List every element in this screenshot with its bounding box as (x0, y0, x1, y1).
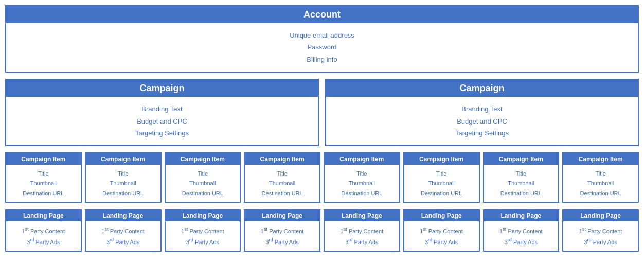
campaign-item-field: Title (326, 169, 398, 179)
campaign-item-field: Destination URL (167, 188, 239, 198)
landing-page-field: 3rd Party Ads (87, 236, 159, 247)
landing-page-body: 1st Party Content3rd Party Ads (404, 221, 479, 251)
campaign-box-0: CampaignBranding TextBudget and CPCTarge… (5, 79, 319, 146)
campaign-row: CampaignBranding TextBudget and CPCTarge… (5, 79, 639, 146)
campaign-item-field: Thumbnail (405, 179, 478, 188)
campaign-item-field: Destination URL (7, 188, 80, 198)
campaign-header: Campaign (6, 80, 318, 97)
campaign-item: Targeting Settings (6, 127, 318, 139)
campaign-item-header: Campaign Item (86, 153, 160, 165)
campaign-item-field: Thumbnail (564, 179, 637, 188)
landing-page-field: 1st Party Content (405, 226, 478, 236)
account-item: Unique email address (6, 29, 638, 41)
landing-page-field: 3rd Party Ads (564, 236, 637, 247)
campaign-item-box-3: Campaign ItemTitleThumbnailDestination U… (244, 152, 320, 203)
campaign-item: Branding Text (6, 103, 318, 115)
landing-page-box-0: Landing Page1st Party Content3rd Party A… (5, 209, 82, 252)
landing-page-field: 3rd Party Ads (246, 236, 318, 247)
campaign-header: Campaign (326, 80, 638, 97)
landing-page-body: 1st Party Content3rd Party Ads (325, 221, 399, 251)
landing-page-body: 1st Party Content3rd Party Ads (484, 221, 559, 251)
campaign-items-row: Campaign ItemTitleThumbnailDestination U… (5, 152, 639, 203)
campaign-item-header: Campaign Item (404, 153, 479, 165)
campaign-item-field: Destination URL (405, 188, 478, 198)
landing-page-header: Landing Page (245, 210, 319, 221)
landing-page-box-7: Landing Page1st Party Content3rd Party A… (562, 209, 639, 252)
landing-page-box-5: Landing Page1st Party Content3rd Party A… (403, 209, 480, 252)
landing-page-body: 1st Party Content3rd Party Ads (6, 221, 81, 251)
landing-page-field: 1st Party Content (485, 226, 558, 236)
landing-page-box-2: Landing Page1st Party Content3rd Party A… (165, 209, 241, 252)
campaign-item-field: Title (87, 169, 159, 179)
campaign-item: Targeting Settings (326, 127, 638, 139)
campaign-item-body: TitleThumbnailDestination URL (325, 165, 399, 202)
campaign-item-field: Title (564, 169, 637, 179)
landing-page-header: Landing Page (325, 210, 399, 221)
campaign-item-header: Campaign Item (325, 153, 399, 165)
campaign-box-1: CampaignBranding TextBudget and CPCTarge… (325, 79, 639, 146)
campaign-item-field: Destination URL (246, 188, 318, 198)
landing-page-field: 3rd Party Ads (167, 236, 239, 247)
landing-page-box-1: Landing Page1st Party Content3rd Party A… (85, 209, 162, 252)
campaign-item-box-5: Campaign ItemTitleThumbnailDestination U… (403, 152, 480, 203)
campaign-item-body: TitleThumbnailDestination URL (166, 165, 240, 202)
account-body: Unique email addressPasswordBilling info (6, 23, 638, 72)
account-section: Account Unique email addressPasswordBill… (5, 5, 639, 73)
campaign-item-box-0: Campaign ItemTitleThumbnailDestination U… (5, 152, 82, 203)
landing-page-field: 1st Party Content (87, 226, 159, 236)
landing-page-body: 1st Party Content3rd Party Ads (166, 221, 240, 251)
campaign-item-field: Title (246, 169, 318, 179)
landing-page-field: 1st Party Content (246, 226, 318, 236)
landing-page-body: 1st Party Content3rd Party Ads (563, 221, 638, 251)
campaign-item-body: TitleThumbnailDestination URL (563, 165, 638, 202)
landing-page-field: 3rd Party Ads (405, 236, 478, 247)
landing-page-box-4: Landing Page1st Party Content3rd Party A… (324, 209, 400, 252)
campaign-item: Budget and CPC (6, 115, 318, 127)
campaign-item-header: Campaign Item (563, 153, 638, 165)
campaign-item-body: TitleThumbnailDestination URL (245, 165, 319, 202)
campaign-item-field: Destination URL (326, 188, 398, 198)
landing-page-field: 1st Party Content (326, 226, 398, 236)
campaign-item-field: Title (405, 169, 478, 179)
campaign-item-box-4: Campaign ItemTitleThumbnailDestination U… (324, 152, 400, 203)
campaign-item-field: Destination URL (485, 188, 558, 198)
campaign-item-field: Destination URL (87, 188, 159, 198)
campaign-item-box-6: Campaign ItemTitleThumbnailDestination U… (483, 152, 560, 203)
campaign-item-box-7: Campaign ItemTitleThumbnailDestination U… (562, 152, 639, 203)
campaign-item-header: Campaign Item (6, 153, 81, 165)
campaign-item: Branding Text (326, 103, 638, 115)
landing-page-field: 3rd Party Ads (7, 236, 80, 247)
campaign-item-field: Thumbnail (87, 179, 159, 188)
account-item: Billing info (6, 54, 638, 65)
campaign-item-body: TitleThumbnailDestination URL (404, 165, 479, 202)
campaign-item-field: Thumbnail (246, 179, 318, 188)
campaign-item: Budget and CPC (326, 115, 638, 127)
campaign-item-field: Thumbnail (326, 179, 398, 188)
campaign-item-field: Title (7, 169, 80, 179)
campaign-item-body: TitleThumbnailDestination URL (86, 165, 160, 202)
campaign-item-field: Thumbnail (7, 179, 80, 188)
campaign-item-field: Title (167, 169, 239, 179)
landing-page-header: Landing Page (6, 210, 81, 221)
campaign-item-field: Thumbnail (485, 179, 558, 188)
landing-page-body: 1st Party Content3rd Party Ads (86, 221, 160, 251)
campaign-item-header: Campaign Item (484, 153, 559, 165)
campaign-body: Branding TextBudget and CPCTargeting Set… (6, 97, 318, 145)
landing-pages-row: Landing Page1st Party Content3rd Party A… (5, 209, 639, 252)
landing-page-field: 1st Party Content (7, 226, 80, 236)
campaign-item-body: TitleThumbnailDestination URL (6, 165, 81, 202)
landing-page-field: 1st Party Content (167, 226, 239, 236)
campaign-item-body: TitleThumbnailDestination URL (484, 165, 559, 202)
campaign-item-header: Campaign Item (166, 153, 240, 165)
landing-page-header: Landing Page (86, 210, 160, 221)
landing-page-field: 3rd Party Ads (326, 236, 398, 247)
landing-page-header: Landing Page (484, 210, 559, 221)
landing-page-field: 3rd Party Ads (485, 236, 558, 247)
landing-page-header: Landing Page (563, 210, 638, 221)
campaign-item-header: Campaign Item (245, 153, 319, 165)
landing-page-box-3: Landing Page1st Party Content3rd Party A… (244, 209, 320, 252)
campaign-item-field: Destination URL (564, 188, 637, 198)
account-item: Password (6, 41, 638, 53)
campaign-item-field: Thumbnail (167, 179, 239, 188)
landing-page-field: 1st Party Content (564, 226, 637, 236)
